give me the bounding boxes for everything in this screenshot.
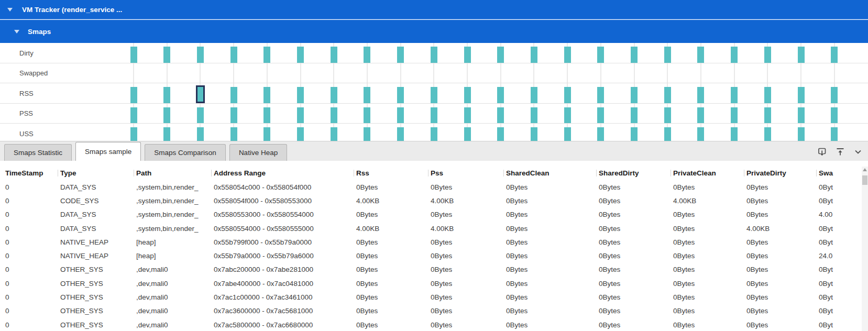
column-header-rss[interactable]: Rss: [356, 169, 431, 177]
sample-bar[interactable]: [464, 127, 471, 141]
sample-bar[interactable]: [831, 127, 838, 141]
scroll-to-top-icon[interactable]: [835, 147, 845, 157]
sample-bar[interactable]: [431, 47, 437, 63]
sample-bar[interactable]: [831, 107, 838, 124]
sample-bar[interactable]: [531, 127, 537, 141]
sample-bar[interactable]: [197, 47, 204, 63]
sample-bar[interactable]: [664, 107, 671, 124]
sample-bar[interactable]: [130, 107, 137, 124]
sample-bar[interactable]: [798, 47, 805, 63]
sample-bar[interactable]: [831, 87, 838, 103]
sample-bar[interactable]: [397, 87, 404, 103]
sample-bar[interactable]: [631, 127, 638, 141]
column-header-shareddirty[interactable]: SharedDirty: [599, 169, 673, 177]
sample-bar[interactable]: [664, 47, 671, 63]
sample-bar[interactable]: [664, 127, 671, 141]
table-row[interactable]: 0DATA_SYS,system,bin,render_0x5580554000…: [0, 222, 868, 235]
sample-bar[interactable]: [163, 47, 170, 63]
sample-bar[interactable]: [464, 107, 471, 124]
collapse-arrow-icon[interactable]: [7, 8, 13, 12]
sample-bar[interactable]: [764, 107, 771, 124]
table-row[interactable]: 0DATA_SYS,system,bin,render_0x5580553000…: [0, 208, 868, 222]
tab-smaps-comparison[interactable]: Smaps Comparison: [145, 144, 226, 161]
column-header-timestamp[interactable]: TimeStamp: [5, 169, 60, 177]
sample-bar[interactable]: [631, 47, 638, 63]
smaps-header-row[interactable]: Smaps: [0, 20, 868, 43]
sample-bar[interactable]: [197, 107, 204, 124]
vm-tracker-header-row[interactable]: VM Tracker (render_service ...: [0, 0, 868, 19]
sample-bar[interactable]: [597, 107, 604, 124]
column-header-swa[interactable]: Swa: [819, 169, 868, 177]
sample-bar[interactable]: [297, 47, 304, 63]
sample-bar[interactable]: [297, 107, 304, 124]
sample-bar[interactable]: [464, 87, 471, 103]
table-row[interactable]: 0CODE_SYS,system,bin,render_0x558054f000…: [0, 194, 868, 207]
sample-bar[interactable]: [497, 47, 504, 63]
column-header-sharedclean[interactable]: SharedClean: [506, 169, 599, 177]
sample-bar[interactable]: [130, 87, 137, 103]
sample-bar[interactable]: [564, 107, 571, 124]
sample-bar[interactable]: [230, 87, 237, 103]
tab-smaps-sample[interactable]: Smaps sample: [75, 142, 141, 161]
scrollbar-up-arrow-icon[interactable]: [863, 168, 867, 171]
sample-bar[interactable]: [798, 107, 805, 124]
sample-bar[interactable]: [331, 47, 337, 63]
sample-bar[interactable]: [664, 87, 671, 103]
sample-bar[interactable]: [364, 47, 370, 63]
sample-bar[interactable]: [697, 47, 704, 63]
sample-bar[interactable]: [564, 87, 571, 103]
sample-bar[interactable]: [497, 107, 504, 124]
vertical-scrollbar[interactable]: [862, 167, 868, 331]
sample-bar[interactable]: [731, 87, 738, 103]
sample-bar[interactable]: [464, 47, 471, 63]
sample-bar[interactable]: [597, 47, 604, 63]
column-header-type[interactable]: Type: [60, 169, 136, 177]
sample-bar[interactable]: [397, 107, 404, 124]
sample-bar[interactable]: [531, 47, 537, 63]
sample-bar[interactable]: [431, 127, 437, 141]
sample-bar[interactable]: [531, 87, 537, 103]
sample-bar[interactable]: [130, 47, 137, 63]
table-row[interactable]: 0OTHER_SYS,dev,mali00x7ac3600000 - 0x7ac…: [0, 304, 868, 318]
chevron-down-icon[interactable]: [853, 147, 863, 157]
sample-bar[interactable]: [331, 107, 337, 124]
scrollbar-thumb[interactable]: [862, 175, 867, 185]
sample-bar[interactable]: [831, 47, 838, 63]
table-row[interactable]: 0OTHER_SYS,dev,mali00x7ac1c00000 - 0x7ac…: [0, 290, 868, 304]
sample-bar[interactable]: [263, 47, 270, 63]
sample-bar[interactable]: [163, 127, 170, 141]
sample-bar[interactable]: [263, 127, 270, 141]
column-header-privatedirty[interactable]: PrivateDirty: [746, 169, 819, 177]
sample-bar[interactable]: [163, 107, 170, 124]
sample-bar[interactable]: [764, 87, 771, 103]
export-icon[interactable]: [817, 147, 827, 157]
collapse-arrow-icon[interactable]: [14, 30, 19, 34]
column-header-path[interactable]: Path: [136, 169, 214, 177]
sample-bar[interactable]: [163, 87, 170, 103]
sample-bar[interactable]: [597, 127, 604, 141]
sample-bar[interactable]: [364, 87, 370, 103]
sample-bar[interactable]: [731, 127, 738, 141]
sample-bar[interactable]: [697, 127, 704, 141]
table-row[interactable]: 0OTHER_SYS,dev,mali00x7abc200000 - 0x7ab…: [0, 263, 868, 277]
sample-bar[interactable]: [397, 47, 404, 63]
sample-bar[interactable]: [531, 107, 537, 124]
sample-bar[interactable]: [431, 107, 437, 124]
column-header-address-range[interactable]: Address Range: [214, 169, 356, 177]
sample-bar[interactable]: [731, 107, 738, 124]
sample-bar-selected[interactable]: [196, 85, 205, 103]
sample-bar[interactable]: [331, 127, 337, 141]
sample-bar[interactable]: [364, 107, 370, 124]
column-header-privateclean[interactable]: PrivateClean: [673, 169, 746, 177]
sample-bar[interactable]: [764, 127, 771, 141]
sample-bar[interactable]: [497, 127, 504, 141]
sample-bar[interactable]: [197, 127, 204, 141]
table-row[interactable]: 0NATIVE_HEAP[heap]0x55b799f000 - 0x55b79…: [0, 235, 868, 249]
sample-bar[interactable]: [597, 87, 604, 103]
sample-bar[interactable]: [263, 107, 270, 124]
table-row[interactable]: 0NATIVE_HEAP[heap]0x55b79a0000 - 0x55b79…: [0, 249, 868, 262]
tab-native-heap[interactable]: Native Heap: [229, 144, 287, 161]
sample-bar[interactable]: [230, 47, 237, 63]
sample-bar[interactable]: [297, 87, 304, 103]
sample-bar[interactable]: [297, 127, 304, 141]
